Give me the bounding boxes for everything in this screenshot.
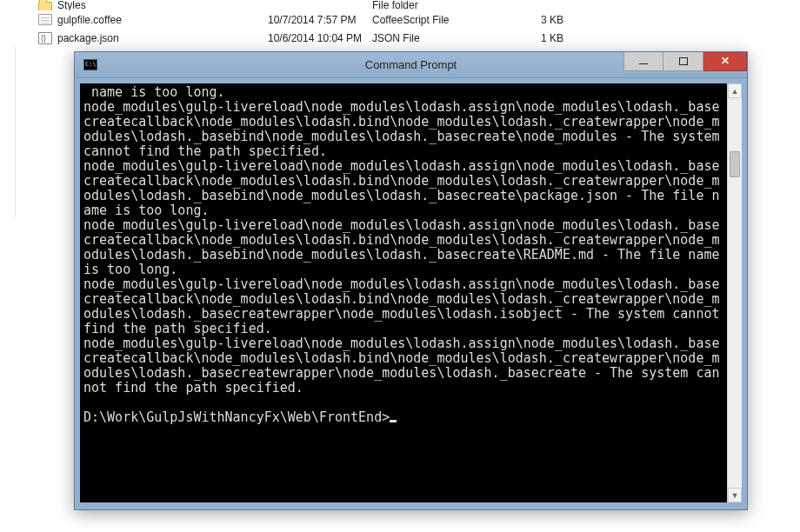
scrollbar-thumb[interactable]	[730, 151, 740, 177]
file-row[interactable]: Styles File folder	[0, 0, 800, 10]
file-date: 10/7/2014 7:57 PM	[268, 14, 372, 26]
file-type: JSON File	[372, 32, 511, 44]
file-name: package.json	[57, 32, 119, 44]
file-date: 10/6/2014 10:04 PM	[268, 32, 372, 44]
console-output[interactable]: name is too long. node_modules\gulp-live…	[80, 83, 727, 502]
file-name: gulpfile.coffee	[57, 14, 122, 26]
file-row[interactable]: gulpfile.coffee 10/7/2014 7:57 PM Coffee…	[0, 10, 800, 29]
file-size: 1 KB	[511, 32, 563, 44]
file-type: File folder	[372, 0, 511, 10]
cursor	[390, 420, 397, 422]
vertical-scrollbar[interactable]: ▲ ▼	[727, 83, 742, 502]
file-size: 3 KB	[511, 14, 563, 26]
file-type: CoffeeScript File	[372, 14, 511, 26]
close-button[interactable]: ✕	[703, 52, 747, 71]
file-name: Styles	[57, 0, 86, 10]
cmd-app-icon	[83, 59, 97, 70]
folder-icon	[38, 2, 52, 11]
file-icon	[38, 14, 52, 25]
file-row[interactable]: package.json 10/6/2014 10:04 PM JSON Fil…	[0, 29, 800, 47]
json-file-icon	[38, 32, 52, 44]
scroll-down-button[interactable]: ▼	[728, 488, 742, 502]
explorer-file-list: Styles File folder gulpfile.coffee 10/7/…	[0, 0, 800, 47]
scroll-up-button[interactable]: ▲	[728, 83, 742, 98]
command-prompt-window[interactable]: Command Prompt ✕ name is too long. node_…	[74, 51, 748, 510]
titlebar[interactable]: Command Prompt ✕	[75, 52, 747, 78]
console-viewport: name is too long. node_modules\gulp-live…	[80, 83, 742, 502]
minimize-button[interactable]	[623, 52, 663, 71]
maximize-button[interactable]	[663, 52, 703, 71]
